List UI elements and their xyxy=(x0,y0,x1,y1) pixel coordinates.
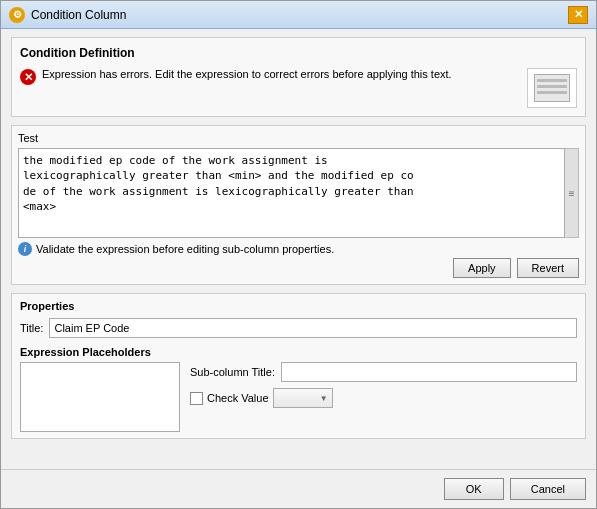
title-input[interactable] xyxy=(49,318,577,338)
test-section: Test the modified ep code of <span class… xyxy=(11,125,586,285)
expr-row: Sub-column Title: Check Value ▼ xyxy=(20,362,577,432)
cancel-button[interactable]: Cancel xyxy=(510,478,586,500)
preview-stripe xyxy=(537,79,567,82)
preview-inner xyxy=(534,74,570,102)
condition-definition-header: Condition Definition xyxy=(20,46,577,60)
apply-button[interactable]: Apply xyxy=(453,258,511,278)
error-icon: ✕ xyxy=(20,69,36,85)
validate-row: i Validate the expression before editing… xyxy=(18,242,579,256)
title-bar: ⚙ Condition Column ✕ xyxy=(1,1,596,29)
properties-section: Properties Title: Expression Placeholder… xyxy=(11,293,586,439)
check-value-dropdown[interactable]: ▼ xyxy=(273,388,333,408)
test-label: Test xyxy=(18,132,579,144)
condition-definition-section: Condition Definition ✕ Expression has er… xyxy=(11,37,586,117)
validate-text: Validate the expression before editing s… xyxy=(36,243,334,255)
info-icon: i xyxy=(18,242,32,256)
dialog-body: Condition Definition ✕ Expression has er… xyxy=(1,29,596,469)
title-bar-left: ⚙ Condition Column xyxy=(9,7,126,23)
check-row: Check Value ▼ xyxy=(190,388,577,408)
textarea-scrollbar[interactable]: ≡ xyxy=(565,148,579,238)
error-text: Expression has errors. Edit the expressi… xyxy=(42,68,527,80)
preview-stripe-3 xyxy=(537,91,567,94)
close-button[interactable]: ✕ xyxy=(568,6,588,24)
ok-button[interactable]: OK xyxy=(444,478,504,500)
preview-stripe-2 xyxy=(537,85,567,88)
properties-header: Properties xyxy=(20,300,577,312)
condition-column-dialog: ⚙ Condition Column ✕ Condition Definitio… xyxy=(0,0,597,509)
title-label: Title: xyxy=(20,322,43,334)
preview-box xyxy=(527,68,577,108)
title-bar-text: Condition Column xyxy=(31,8,126,22)
dialog-icon: ⚙ xyxy=(9,7,25,23)
expr-placeholders-label: Expression Placeholders xyxy=(20,346,577,358)
revert-button[interactable]: Revert xyxy=(517,258,579,278)
title-row: Title: xyxy=(20,318,577,338)
condition-top-row: ✕ Expression has errors. Edit the expres… xyxy=(20,68,577,108)
check-value-checkbox[interactable] xyxy=(190,392,203,405)
sub-col-label: Sub-column Title: xyxy=(190,366,275,378)
test-textarea-wrapper: the modified ep code of <span class="tex… xyxy=(18,148,579,238)
dialog-footer: OK Cancel xyxy=(1,469,596,508)
error-row: ✕ Expression has errors. Edit the expres… xyxy=(20,68,527,85)
test-button-row: Apply Revert xyxy=(18,258,579,278)
check-value-label: Check Value xyxy=(207,392,269,404)
expr-list[interactable] xyxy=(20,362,180,432)
sub-col-section: Sub-column Title: Check Value ▼ xyxy=(190,362,577,408)
chevron-down-icon: ▼ xyxy=(320,394,328,403)
sub-col-row: Sub-column Title: xyxy=(190,362,577,382)
test-textarea[interactable]: the modified ep code of <span class="tex… xyxy=(18,148,565,238)
condition-content: ✕ Expression has errors. Edit the expres… xyxy=(20,68,527,85)
sub-col-input[interactable] xyxy=(281,362,577,382)
